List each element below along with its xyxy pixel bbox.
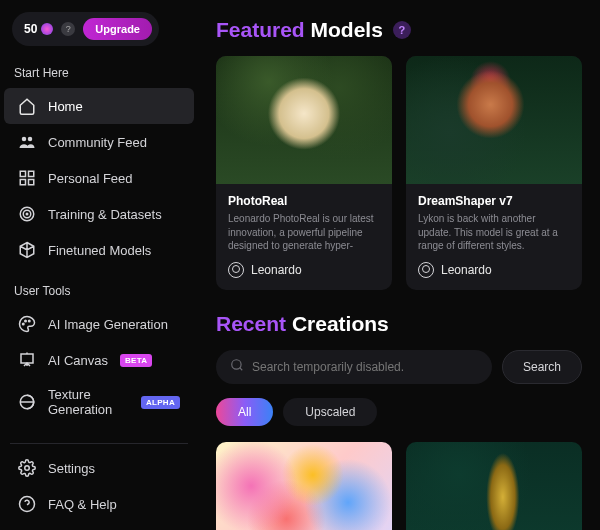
user-icon [228,262,244,278]
alpha-badge: ALPHA [141,396,180,409]
sidebar-item-label: AI Canvas [48,353,108,368]
recent-heading: Recent Creations [216,312,582,336]
model-author: Leonardo [418,262,570,278]
help-circle-icon [18,495,36,513]
heading-rest: Creations [292,312,389,335]
sidebar-item-label: Texture Generation [48,387,129,417]
svg-point-1 [28,137,33,142]
palette-icon [18,315,36,333]
creation-thumbnail[interactable] [406,442,582,530]
sidebar-item-ai-canvas[interactable]: AI Canvas BETA [4,342,194,378]
sidebar-item-label: Community Feed [48,135,147,150]
sidebar-item-settings[interactable]: Settings [4,450,194,486]
search-row: Search [216,350,582,384]
credits-display: 50 [24,22,53,36]
svg-rect-4 [20,180,25,185]
spiral-icon [18,205,36,223]
cube-icon [18,241,36,259]
model-thumbnail [406,56,582,184]
filter-row: All Upscaled [216,398,582,426]
svg-point-16 [232,360,241,369]
heading-accent: Featured [216,18,305,41]
filter-all[interactable]: All [216,398,273,426]
sidebar-item-training[interactable]: Training & Datasets [4,196,194,232]
filter-upscaled[interactable]: Upscaled [283,398,377,426]
featured-heading: Featured Models ? [216,18,582,42]
credits-value: 50 [24,22,37,36]
sidebar-item-label: Personal Feed [48,171,133,186]
model-card-dreamshaper[interactable]: DreamShaper v7 Lykon is back with anothe… [406,56,582,290]
search-icon [230,358,244,376]
svg-point-0 [22,137,27,142]
beta-badge: BETA [120,354,152,367]
search-input[interactable] [252,360,478,374]
home-icon [18,97,36,115]
svg-rect-12 [21,354,33,363]
model-author: Leonardo [228,262,380,278]
user-icon [418,262,434,278]
creation-thumbnail[interactable] [216,442,392,530]
model-description: Lykon is back with another update. This … [418,212,570,252]
model-title: PhotoReal [228,194,380,208]
info-icon[interactable]: ? [393,21,411,39]
author-name: Leonardo [441,263,492,277]
sidebar-item-label: Settings [48,461,95,476]
model-description: Leonardo PhotoReal is our latest innovat… [228,212,380,252]
search-box[interactable] [216,350,492,384]
svg-rect-2 [20,171,25,176]
svg-point-9 [23,323,25,325]
easel-icon [18,351,36,369]
svg-point-11 [29,320,31,322]
svg-rect-3 [29,171,34,176]
search-button[interactable]: Search [502,350,582,384]
sidebar-item-label: Home [48,99,83,114]
sidebar-item-personal-feed[interactable]: Personal Feed [4,160,194,196]
svg-rect-5 [29,180,34,185]
sidebar-item-label: AI Image Generation [48,317,168,332]
sidebar-item-ai-image-gen[interactable]: AI Image Generation [4,306,194,342]
sidebar-item-finetuned[interactable]: Finetuned Models [4,232,194,268]
sidebar-item-label: Finetuned Models [48,243,151,258]
svg-point-8 [26,213,28,215]
sidebar-item-home[interactable]: Home [4,88,194,124]
account-pill: 50 ? Upgrade [12,12,159,46]
model-thumbnail [216,56,392,184]
sidebar-item-faq[interactable]: FAQ & Help [4,486,194,522]
heading-rest: Models [311,18,383,41]
sidebar-item-label: Training & Datasets [48,207,162,222]
divider [10,443,188,444]
gear-icon [18,459,36,477]
author-name: Leonardo [251,263,302,277]
heading-accent: Recent [216,312,286,335]
sidebar-item-community-feed[interactable]: Community Feed [4,124,194,160]
help-icon[interactable]: ? [61,22,75,36]
upgrade-button[interactable]: Upgrade [83,18,152,40]
model-card-photoreal[interactable]: PhotoReal Leonardo PhotoReal is our late… [216,56,392,290]
grid-icon [18,169,36,187]
people-icon [18,133,36,151]
sidebar: 50 ? Upgrade Start Here Home Community F… [0,0,198,530]
svg-point-14 [25,466,30,471]
main-content: Featured Models ? PhotoReal Leonardo Pho… [198,0,600,530]
model-title: DreamShaper v7 [418,194,570,208]
section-start-here: Start Here [0,60,198,88]
svg-point-10 [25,320,27,322]
creations-grid [216,442,582,530]
featured-cards: PhotoReal Leonardo PhotoReal is our late… [216,56,582,290]
sidebar-item-label: FAQ & Help [48,497,117,512]
credits-icon [41,23,53,35]
texture-icon [18,393,36,411]
section-user-tools: User Tools [0,278,198,306]
sidebar-item-texture-gen[interactable]: Texture Generation ALPHA [4,378,194,426]
